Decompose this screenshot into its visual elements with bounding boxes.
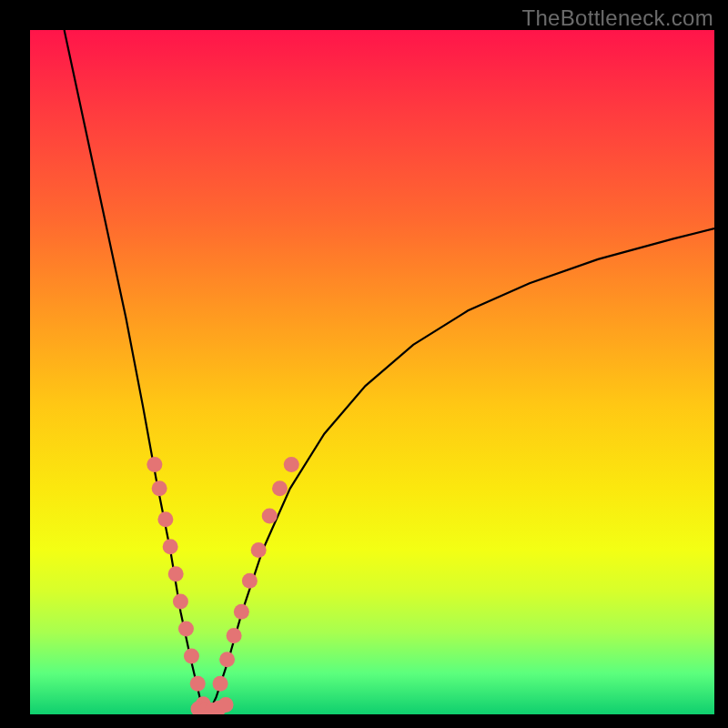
watermark-text: TheBottleneck.com <box>521 5 713 31</box>
data-marker <box>284 457 299 472</box>
data-marker <box>242 573 258 589</box>
plot-area <box>30 30 714 714</box>
data-marker <box>190 676 206 692</box>
data-marker <box>184 649 199 664</box>
data-marker <box>168 566 184 581</box>
curve-left <box>65 30 208 714</box>
data-marker <box>173 593 188 609</box>
data-marker <box>152 480 167 496</box>
curve-right <box>208 228 714 714</box>
curve-svg <box>30 30 714 714</box>
outer-frame: TheBottleneck.com <box>0 0 728 728</box>
data-marker <box>272 480 288 496</box>
data-marker <box>147 457 162 472</box>
data-marker <box>227 628 242 643</box>
data-marker <box>163 539 178 554</box>
data-marker <box>262 508 278 523</box>
data-marker <box>219 652 235 667</box>
data-marker <box>218 697 234 713</box>
data-marker <box>213 676 228 692</box>
data-marker <box>178 622 194 637</box>
data-marker <box>251 542 267 558</box>
data-marker <box>157 511 173 527</box>
data-marker <box>234 604 249 620</box>
